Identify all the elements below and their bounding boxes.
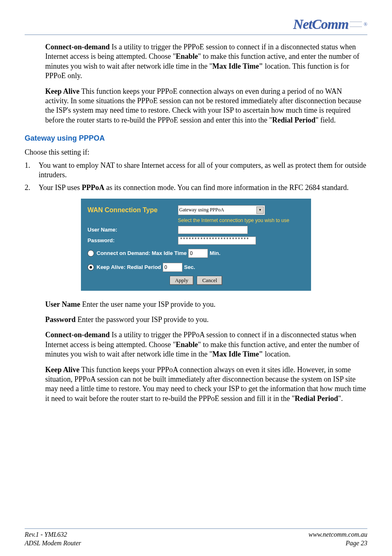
term-redial-period: Redial Period: [272, 116, 316, 124]
connect-on-demand-label: Connect on Demand: Max Idle Time: [97, 250, 187, 256]
keep-alive-label: Keep Alive: Redial Period: [97, 264, 161, 270]
cancel-button[interactable]: Cancel: [197, 276, 222, 285]
paragraph-keep-alive-pppoe: Keep Alive This function keeps your PPPo…: [45, 87, 367, 125]
select-value: Gateway using PPPoA: [179, 207, 224, 213]
list-number: 2.: [25, 183, 39, 192]
paragraph-connect-on-demand-pppoe: Connect-on-demand Is a utility to trigge…: [45, 42, 367, 81]
username-input[interactable]: [178, 226, 248, 234]
brand-logo-text: NetComm: [293, 16, 348, 32]
term-enable: Enable: [176, 341, 198, 349]
apply-button[interactable]: Apply: [170, 276, 194, 285]
redial-period-unit: Sec.: [184, 264, 195, 270]
term-max-idle-time: Max Idle Time": [212, 62, 263, 70]
brand-logo: NetComm ®: [293, 16, 367, 32]
footer-product: ADSL Modem Router: [25, 539, 81, 548]
term-enable: Enable: [176, 52, 198, 60]
term-pppoa: PPPoA: [82, 183, 104, 192]
term-max-idle-time: Max Idle Time": [212, 350, 263, 358]
redial-period-input[interactable]: 0: [163, 263, 182, 272]
term-connect-on-demand: Connect-on-demand: [45, 331, 110, 339]
paragraph-keep-alive-pppoa: Keep Alive This function keeps your PPPo…: [45, 365, 367, 404]
password-label: Password:: [88, 237, 178, 243]
paragraph-connect-on-demand-pppoa: Connect-on-demand Is a utility to trigge…: [45, 330, 367, 359]
conditions-list: 1. You want to employ NAT to share Inter…: [25, 161, 367, 193]
username-label: User Name:: [88, 227, 178, 233]
intro-line: Choose this setting if:: [25, 148, 367, 157]
brand-logo-bars-icon: [350, 21, 362, 27]
dropdown-arrow-icon: ▼: [256, 206, 264, 214]
term-connect-on-demand: Connect-on-demand: [45, 43, 110, 51]
term-redial-period: Redial Period: [295, 394, 338, 403]
max-idle-time-input[interactable]: 0: [188, 249, 208, 258]
section-heading-gateway-pppoa: Gateway using PPPOA: [25, 134, 367, 143]
keep-alive-radio[interactable]: [88, 264, 94, 271]
panel-title: WAN Connection Type: [88, 206, 178, 214]
footer-divider: [25, 528, 367, 529]
connect-on-demand-radio[interactable]: [88, 250, 94, 257]
footer-rev: Rev.1 - YML632: [25, 531, 81, 539]
page-footer: Rev.1 - YML632 ADSL Modem Router www.net…: [25, 531, 367, 548]
list-item-text: You want to employ NAT to share Internet…: [39, 161, 367, 180]
brand-logo-registered: ®: [364, 21, 367, 28]
list-item-text: Your ISP uses PPPoA as its connection mo…: [39, 183, 348, 192]
paragraph-username: User Name Enter the user name your ISP p…: [45, 300, 367, 309]
list-number: 1.: [25, 161, 39, 180]
footer-page-number: Page 23: [309, 539, 367, 548]
paragraph-password: Password Enter the password your ISP pro…: [45, 315, 367, 324]
term-user-name: User Name: [45, 300, 80, 308]
panel-subinfo: Select the Internet connection type you …: [178, 218, 304, 223]
list-item: 2. Your ISP uses PPPoA as its connection…: [25, 183, 367, 192]
term-password: Password: [45, 315, 76, 324]
password-input[interactable]: ************************: [178, 236, 256, 245]
max-idle-time-unit: Min.: [210, 250, 220, 256]
term-keep-alive: Keep Alive: [45, 366, 80, 374]
footer-url: www.netcomm.com.au: [309, 531, 367, 539]
wan-config-panel: WAN Connection Type Gateway using PPPoA …: [81, 199, 311, 291]
wan-connection-type-select[interactable]: Gateway using PPPoA ▼: [178, 205, 265, 215]
header-logo-row: NetComm ®: [25, 16, 367, 32]
header-divider: [25, 35, 367, 35]
term-keep-alive: Keep Alive: [45, 87, 80, 95]
list-item: 1. You want to employ NAT to share Inter…: [25, 161, 367, 180]
